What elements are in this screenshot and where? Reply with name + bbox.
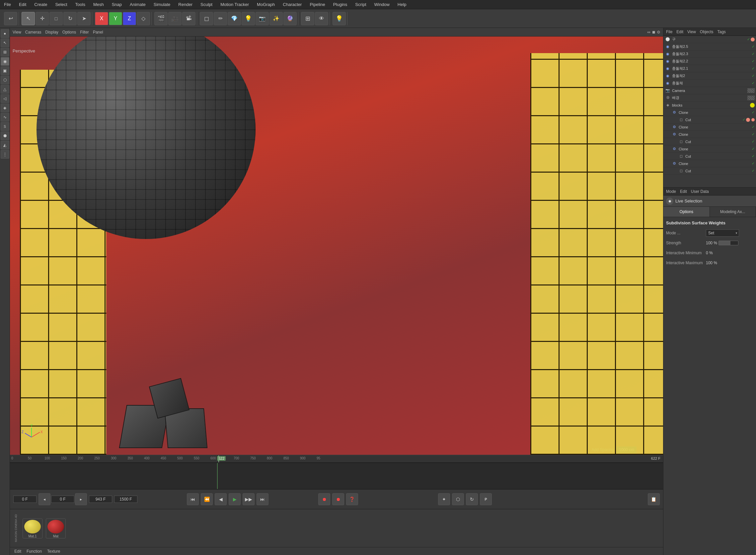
obj-clone1[interactable]: ⚙ Clone ✓ xyxy=(663,109,756,116)
x-axis-button[interactable]: X xyxy=(95,12,108,25)
tool2[interactable]: ↖ xyxy=(1,39,9,47)
current-frame-input[interactable] xyxy=(51,496,74,503)
render3-button[interactable]: 📽 xyxy=(182,12,195,25)
record2-button[interactable]: ⏺ xyxy=(332,493,344,505)
obj-cut4[interactable]: ◻ Cut ✓ xyxy=(663,167,756,175)
viewport-menu-view[interactable]: View xyxy=(13,30,21,35)
undo-button[interactable]: ↩ xyxy=(4,12,17,25)
tab-options[interactable]: Options xyxy=(663,207,710,217)
menu-render[interactable]: Render xyxy=(177,1,194,8)
paint-button[interactable]: ✏ xyxy=(214,12,227,25)
rotate-tool-button[interactable]: ↻ xyxy=(63,12,77,25)
viewport-3d[interactable]: Perspective Add Spacing 1000 cm X Y Z xyxy=(10,37,663,455)
select-tool-button[interactable]: ↖ xyxy=(21,12,35,25)
obj-sphere[interactable]: ⚪ 구 ✓ xyxy=(663,36,756,43)
menu-plugins[interactable]: Plugins xyxy=(332,1,349,8)
scale-tool-button[interactable]: □ xyxy=(49,12,63,25)
key2-button[interactable]: ⬡ xyxy=(452,493,464,505)
obj-cut3[interactable]: ◻ Cut ✓ xyxy=(663,153,756,160)
goto-start-button[interactable]: ⏮ xyxy=(187,493,199,505)
view-cube-button[interactable]: ◻ xyxy=(200,12,213,25)
fx-button[interactable]: ✨ xyxy=(269,12,283,25)
obj-cut2[interactable]: ◻ Cut ✓ xyxy=(663,138,756,145)
tool9[interactable]: ◈ xyxy=(1,103,9,112)
model-tool[interactable]: ● xyxy=(1,29,9,38)
obj-collision1[interactable]: ◉ 충돌체 ✓ xyxy=(663,80,756,87)
viewport-menu-cameras[interactable]: Cameras xyxy=(25,30,42,35)
tool14[interactable]: ⋮ xyxy=(1,150,9,159)
menu-mograph[interactable]: MoGraph xyxy=(256,1,276,8)
timeline-tracks[interactable] xyxy=(10,463,663,489)
timeline-toggle[interactable]: 📋 xyxy=(648,493,660,505)
select2-button[interactable]: ➤ xyxy=(77,12,91,25)
start-frame-input[interactable] xyxy=(13,496,37,503)
obj-collision5[interactable]: ◉ 충돌체2.5 ✓ xyxy=(663,43,756,50)
obj-clone5[interactable]: ⚙ Clone ✓ xyxy=(663,160,756,167)
key3-button[interactable]: ↻ xyxy=(466,493,478,505)
play-range-input[interactable] xyxy=(114,496,137,503)
obj-collision2[interactable]: ◉ 충돌체2.2 ✓ xyxy=(663,58,756,65)
scene-canvas[interactable]: Perspective Add Spacing 1000 cm X Y Z xyxy=(10,37,663,455)
material-button[interactable]: 💎 xyxy=(228,12,241,25)
obj-clone3[interactable]: ⚙ Clone ✓ xyxy=(663,131,756,138)
mat-panel-menu-texture[interactable]: Texture xyxy=(47,549,60,554)
menu-character[interactable]: Character xyxy=(281,1,303,8)
step-back2-button[interactable]: ◀ xyxy=(215,493,227,505)
tool12[interactable]: ⬢ xyxy=(1,131,9,140)
menu-edit[interactable]: Edit xyxy=(17,1,28,8)
z-axis-button[interactable]: Z xyxy=(123,12,136,25)
tool3[interactable]: ⊞ xyxy=(1,48,9,56)
menu-sculpt[interactable]: Sculpt xyxy=(199,1,214,8)
tool4[interactable]: ◉ xyxy=(1,57,9,66)
key-button[interactable]: ✦ xyxy=(438,493,450,505)
tool13[interactable]: ◭ xyxy=(1,141,9,150)
viewport-menu-panel[interactable]: Panel xyxy=(93,30,103,35)
mode-dropdown-wrap[interactable]: Set xyxy=(706,229,739,237)
attr-menu-userdata[interactable]: User Data xyxy=(691,189,709,194)
tool5[interactable]: ▣ xyxy=(1,67,9,75)
menu-simulate[interactable]: Simulate xyxy=(152,1,172,8)
obj-collision20[interactable]: ◉ 충돌체2 ✓ xyxy=(663,72,756,80)
menu-mesh[interactable]: Mesh xyxy=(92,1,105,8)
tool10[interactable]: ∿ xyxy=(1,113,9,122)
obj-menu-edit[interactable]: Edit xyxy=(676,30,683,34)
tool11[interactable]: S xyxy=(1,122,9,131)
strength-slider[interactable] xyxy=(718,241,739,245)
attr-menu-mode[interactable]: Mode xyxy=(666,189,676,194)
obj-menu-view[interactable]: View xyxy=(687,30,696,34)
obj-collision3[interactable]: ◉ 충돌체2.3 ✓ xyxy=(663,50,756,58)
menu-tools[interactable]: Tools xyxy=(74,1,87,8)
light2-button[interactable]: 💡 xyxy=(332,12,346,25)
obj-background[interactable]: Ⓑ 배경 xyxy=(663,94,756,101)
play-button[interactable]: ▶ xyxy=(229,493,240,505)
object-button[interactable]: ◇ xyxy=(137,12,150,25)
grid-button[interactable]: ⊞ xyxy=(301,12,314,25)
info-button[interactable]: ❓ xyxy=(346,493,358,505)
light-button[interactable]: 💡 xyxy=(241,12,255,25)
camera2-button[interactable]: 📷 xyxy=(256,12,269,25)
y-axis-button[interactable]: Y xyxy=(109,12,122,25)
tab-modeling-ax[interactable]: Modeling Ax... xyxy=(710,207,756,217)
render2-button[interactable]: 🎥 xyxy=(168,12,182,25)
tool6[interactable]: ⬡ xyxy=(1,76,9,84)
obj-collision21[interactable]: ◉ 충돌체2.1 ✓ xyxy=(663,65,756,72)
menu-create[interactable]: Create xyxy=(33,1,48,8)
attr-menu-edit[interactable]: Edit xyxy=(680,189,687,194)
menu-script[interactable]: Script xyxy=(354,1,367,8)
prev-frame-arrow[interactable]: ◄ xyxy=(39,493,50,505)
obj-blocks[interactable]: ◈ blocks xyxy=(663,101,756,109)
obj-clone4[interactable]: ⚙ Clone ✓ xyxy=(663,145,756,153)
material-swatch-2[interactable]: Mat xyxy=(46,518,66,539)
goto-end-button[interactable]: ⏭ xyxy=(257,493,268,505)
obj-clone2[interactable]: ⚙ Clone ✓ xyxy=(663,124,756,131)
nla-button[interactable]: P xyxy=(480,493,492,505)
obj-cut1[interactable]: ◻ Cut ✓ xyxy=(663,116,756,124)
mat-panel-menu-edit[interactable]: Edit xyxy=(14,549,21,554)
viewport-menu-filter[interactable]: Filter xyxy=(80,30,89,35)
obj-menu-objects[interactable]: Objects xyxy=(700,30,714,34)
mode-dropdown[interactable]: Set xyxy=(706,229,739,237)
next-frame-arrow[interactable]: ► xyxy=(75,493,87,505)
tool8[interactable]: ◁ xyxy=(1,94,9,103)
obj-menu-file[interactable]: File xyxy=(666,30,672,34)
viewport-menu-options[interactable]: Options xyxy=(62,30,76,35)
